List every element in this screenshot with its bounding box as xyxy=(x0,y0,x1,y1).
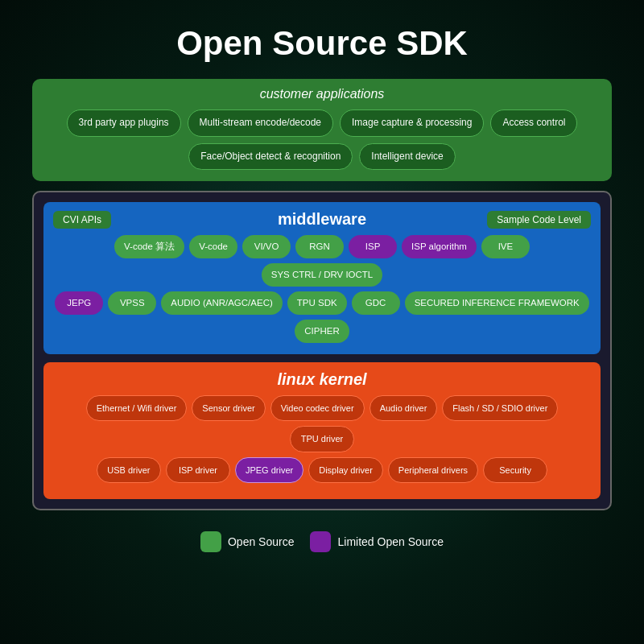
middleware-chip: VI/VO xyxy=(242,235,291,258)
middleware-row2: JEPGVPSSAUDIO (ANR/AGC/AEC)TPU SDKGDCSEC… xyxy=(53,291,591,343)
middleware-chip: JEPG xyxy=(55,291,103,315)
middleware-chip: GDC xyxy=(352,291,400,315)
linux-row1: Ethernet / Wifi driverSensor driverVideo… xyxy=(53,395,591,452)
linux-chip: Audio driver xyxy=(369,395,438,421)
middleware-chip: AUDIO (ANR/AGC/AEC) xyxy=(161,291,283,315)
linux-chip: JPEG driver xyxy=(235,457,303,483)
linux-chip: TPU driver xyxy=(290,426,354,452)
apps-grid: 3rd party app pluginsMulti-stream encode… xyxy=(43,109,601,170)
linux-chip: ISP driver xyxy=(166,457,230,483)
middleware-area: CVI APIs middleware Sample Code Level V-… xyxy=(43,202,601,354)
middleware-chip: RGN xyxy=(295,235,344,258)
middleware-chip: CIPHER xyxy=(295,320,349,343)
main-diagram: customer applications 3rd party app plug… xyxy=(32,79,612,552)
middleware-chip: VPSS xyxy=(108,291,156,315)
open-source-label: Open Source xyxy=(228,535,295,548)
linux-row2: USB driverISP driverJPEG driverDisplay d… xyxy=(53,457,591,483)
linux-chip: USB driver xyxy=(97,457,161,483)
legend-limited-open-source: Limited Open Source xyxy=(310,531,444,552)
linux-chip: Display driver xyxy=(308,457,383,483)
linux-chip: Peripheral drivers xyxy=(388,457,478,483)
linux-chip: Video codec driver xyxy=(270,395,365,421)
linux-chip: Flash / SD / SDIO driver xyxy=(442,395,558,421)
middleware-header-row: CVI APIs middleware Sample Code Level xyxy=(53,210,591,229)
middleware-chip: TPU SDK xyxy=(287,291,347,315)
middleware-chip: V-code xyxy=(189,235,237,258)
middleware-chip: ISP algorithm xyxy=(402,235,477,258)
sample-code-badge: Sample Code Level xyxy=(487,211,591,229)
middleware-chip: SYS CTRL / DRV IOCTL xyxy=(262,263,383,287)
linux-title: linux kernel xyxy=(53,370,591,389)
middleware-row1: V-code 算法V-codeVI/VORGNISPISP algorithmI… xyxy=(53,235,591,287)
inner-box: CVI APIs middleware Sample Code Level V-… xyxy=(32,191,612,510)
page-title: Open Source SDK xyxy=(176,24,468,63)
limited-open-source-label: Limited Open Source xyxy=(337,535,444,548)
linux-area: linux kernel Ethernet / Wifi driverSenso… xyxy=(43,362,601,499)
customer-apps-section: customer applications 3rd party app plug… xyxy=(32,79,612,181)
customer-app-chip: Access control xyxy=(490,109,577,137)
cvi-apis-badge: CVI APIs xyxy=(53,211,111,229)
linux-chip: Security xyxy=(483,457,547,483)
customer-app-chip: Multi-stream encode/decode xyxy=(188,109,333,137)
middleware-chip: IVE xyxy=(481,235,530,258)
customer-app-chip: 3rd party app plugins xyxy=(67,109,181,137)
middleware-chip: V-code 算法 xyxy=(114,235,184,258)
customer-apps-title: customer applications xyxy=(43,87,601,101)
legend: Open Source Limited Open Source xyxy=(32,531,612,552)
linux-chip: Sensor driver xyxy=(192,395,265,421)
customer-app-chip: Intelligent device xyxy=(359,143,455,171)
open-source-dot xyxy=(200,531,221,552)
middleware-chip: ISP xyxy=(349,235,397,258)
customer-app-chip: Image capture & processing xyxy=(340,109,484,137)
legend-open-source: Open Source xyxy=(200,531,295,552)
customer-app-chip: Face/Object detect & recognition xyxy=(188,143,353,171)
middleware-title: middleware xyxy=(278,210,366,229)
limited-open-source-dot xyxy=(310,531,331,552)
linux-chip: Ethernet / Wifi driver xyxy=(86,395,188,421)
middleware-chip: SECURED INFERENCE FRAMEWORK xyxy=(405,291,589,315)
